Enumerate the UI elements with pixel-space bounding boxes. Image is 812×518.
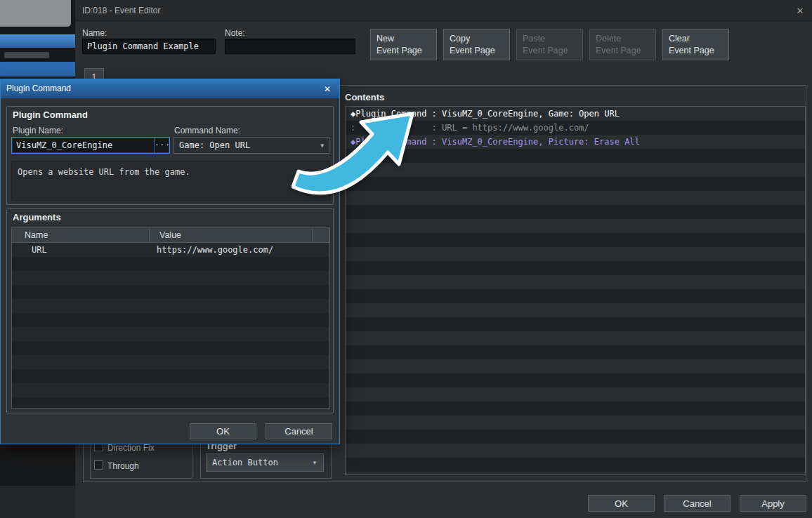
argument-row[interactable]: URL https://www.google.com/ (12, 243, 329, 257)
paste-event-page-button: Paste Event Page (516, 29, 583, 60)
button-label: Event Page (523, 45, 577, 57)
dialog-cancel-button[interactable]: Cancel (266, 423, 332, 439)
trigger-select[interactable]: Action Button ▼ (206, 453, 324, 472)
plugin-command-group: Plugin Command Plugin Name: VisuMZ_0_Cor… (6, 106, 334, 205)
window-titlebar: ID:018 - Event Editor ✕ (75, 0, 812, 21)
window-close-icon[interactable]: ✕ (794, 5, 806, 18)
new-event-page-button[interactable]: New Event Page (370, 29, 437, 60)
name-column-header: Name (12, 228, 150, 242)
event-command-line[interactable]: ◆ (346, 149, 805, 163)
through-label: Through (107, 461, 139, 471)
arguments-table[interactable]: Name Value URL https://www.google.com/ (11, 227, 330, 409)
value-column-header: Value (150, 228, 313, 242)
dialog-close-icon[interactable]: ✕ (321, 83, 334, 95)
plugin-name-value: VisuMZ_0_CoreEngine (12, 140, 154, 150)
command-name-select[interactable]: Game: Open URL ▼ (173, 137, 329, 154)
button-label: New (376, 33, 431, 45)
sidebar-gray-panel (0, 0, 71, 27)
note-field[interactable] (225, 39, 355, 54)
note-label: Note: (225, 28, 245, 38)
plugin-name-combo[interactable]: VisuMZ_0_CoreEngine ··· (11, 137, 170, 154)
contents-title: Contents (345, 92, 384, 102)
name-label: Name: (82, 28, 107, 38)
screen: ID:018 - Event Editor ✕ Name: Note: New … (0, 0, 812, 518)
button-label: Event Page (450, 45, 504, 57)
trigger-value: Action Button (212, 458, 278, 467)
group-title: Plugin Command (13, 109, 88, 120)
clear-event-page-button[interactable]: Clear Event Page (662, 29, 729, 60)
button-label: Paste (523, 33, 577, 45)
argument-name-cell: URL (32, 243, 47, 257)
chevron-down-icon: ▼ (320, 142, 324, 149)
dialog-title: Plugin Command (6, 84, 71, 93)
event-command-line[interactable]: : : URL = https://www.google.com/ (346, 121, 805, 135)
ok-button[interactable]: OK (588, 495, 655, 512)
arguments-title: Arguments (13, 212, 61, 223)
dialog-ok-button[interactable]: OK (190, 423, 256, 439)
apply-button[interactable]: Apply (740, 495, 806, 512)
event-command-line[interactable]: ◆Plugin Command : VisuMZ_0_CoreEngine, P… (346, 135, 805, 149)
scrollbar-gutter (313, 228, 329, 242)
sidebar-bottom-panel (0, 486, 75, 518)
button-label: Event Page (376, 45, 431, 57)
window-title: ID:018 - Event Editor (82, 6, 160, 15)
button-label: Copy (450, 33, 504, 45)
button-label: Clear (669, 33, 723, 45)
plugin-command-dialog: Plugin Command ✕ Plugin Command Plugin N… (0, 79, 340, 444)
sidebar-item-selected[interactable] (0, 34, 75, 48)
button-label: Delete (596, 33, 650, 45)
cancel-button[interactable]: Cancel (664, 495, 731, 512)
arguments-table-body[interactable]: URL https://www.google.com/ (12, 243, 329, 408)
arguments-group: Arguments Name Value URL https://www.goo… (6, 208, 334, 413)
sidebar-item-selected-2[interactable] (0, 62, 75, 77)
command-name-value: Game: Open URL (179, 140, 250, 150)
event-command-line[interactable]: ◆Plugin Command : VisuMZ_0_CoreEngine, G… (346, 107, 805, 121)
contents-list[interactable]: ◆Plugin Command : VisuMZ_0_CoreEngine, G… (345, 106, 806, 475)
button-label: Event Page (596, 45, 650, 57)
through-checkbox[interactable] (94, 460, 103, 470)
browse-dots-icon[interactable]: ··· (154, 138, 169, 153)
chevron-down-icon: ▼ (312, 460, 317, 466)
sidebar-item-text (4, 52, 49, 58)
direction-fix-label: Direction Fix (107, 443, 155, 453)
dialog-titlebar: Plugin Command ✕ (1, 79, 339, 98)
command-name-label: Command Name: (174, 126, 240, 135)
delete-event-page-button: Delete Event Page (589, 29, 656, 60)
arguments-table-header: Name Value (12, 228, 329, 243)
button-label: Event Page (669, 45, 723, 57)
copy-event-page-button[interactable]: Copy Event Page (443, 29, 510, 60)
plugin-name-label: Plugin Name: (13, 126, 63, 135)
argument-value-cell: https://www.google.com/ (157, 243, 273, 257)
command-description: Opens a website URL from the game. (11, 161, 330, 201)
name-field[interactable] (82, 39, 216, 54)
